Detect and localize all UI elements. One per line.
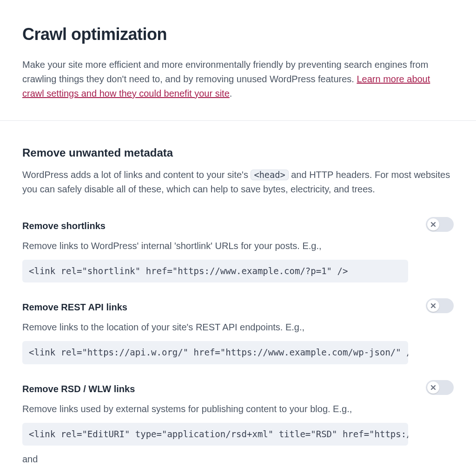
code-example-1: <link rel="EditURI" type="application/rs… (22, 423, 408, 446)
setting-remove-rsd-wlw-links: Remove RSD / WLW links Remove links used… (0, 364, 476, 473)
head-tag-code: <head> (251, 170, 288, 180)
toggle-remove-rest-api-links[interactable] (426, 298, 454, 313)
toggle-knob (427, 381, 439, 394)
panel-header: Crawl optimization Make your site more e… (0, 0, 476, 120)
setting-title: Remove REST API links (22, 300, 454, 315)
setting-remove-shortlinks: Remove shortlinks Remove links to WordPr… (0, 201, 476, 282)
toggle-remove-rsd-wlw-links[interactable] (426, 380, 454, 395)
panel-intro: Make your site more efficient and more e… (22, 58, 454, 101)
panel-title: Crawl optimization (22, 21, 454, 47)
close-icon (430, 222, 436, 227)
section-desc-pre: WordPress adds a lot of links and conten… (22, 170, 251, 180)
setting-desc: Remove links to WordPress' internal 'sho… (22, 239, 454, 253)
close-icon (430, 303, 436, 309)
close-icon (430, 385, 436, 390)
setting-desc: Remove links used by external systems fo… (22, 402, 454, 416)
panel-intro-period: . (230, 88, 232, 99)
section-title: Remove unwanted metadata (22, 144, 454, 161)
toggle-knob (427, 218, 439, 230)
section-description: WordPress adds a lot of links and conten… (22, 168, 454, 197)
code-example: <link rel="shortlink" href="https://www.… (22, 260, 408, 282)
setting-remove-rest-api-links: Remove REST API links Remove links to th… (0, 282, 476, 364)
code-separator-and: and (22, 452, 454, 466)
setting-title: Remove RSD / WLW links (22, 382, 454, 396)
code-example: <link rel="https://api.w.org/" href="htt… (22, 341, 408, 364)
settings-panel: Crawl optimization Make your site more e… (0, 0, 476, 473)
setting-desc: Remove links to the location of your sit… (22, 320, 454, 335)
setting-title: Remove shortlinks (22, 219, 454, 233)
toggle-knob (427, 300, 439, 312)
toggle-remove-shortlinks[interactable] (426, 217, 454, 232)
section-intro: Remove unwanted metadata WordPress adds … (0, 121, 476, 201)
